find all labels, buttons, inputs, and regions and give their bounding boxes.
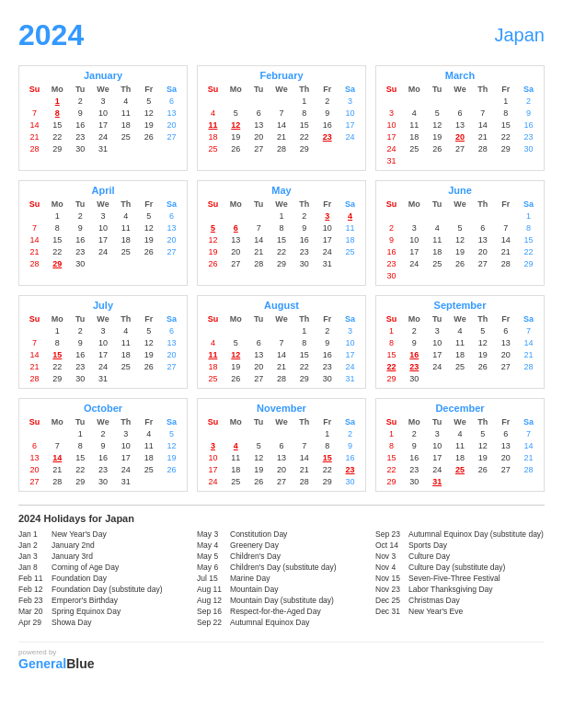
day: 26: [137, 131, 160, 142]
day: 1: [46, 95, 69, 107]
holiday-entry: Nov 3Culture Day: [375, 552, 545, 561]
day: 30: [69, 142, 92, 154]
holiday-entry: May 6Children's Day (substitute day): [197, 563, 366, 572]
day: 15: [494, 119, 517, 131]
holiday-name: Constitution Day: [230, 529, 287, 539]
holiday-name: Marine Day: [230, 574, 270, 583]
day: 25: [449, 360, 472, 372]
day: 12: [201, 233, 224, 245]
day: 11: [339, 222, 362, 233]
day: 17: [403, 245, 426, 257]
day: 30: [403, 475, 426, 487]
day: 28: [270, 142, 293, 154]
day: 6: [494, 324, 517, 336]
day: 30: [69, 257, 92, 269]
day-empty: [270, 95, 293, 107]
day: 28: [471, 142, 494, 154]
day: 27: [224, 257, 247, 269]
month-block: NovemberSuMoTuWeThFrSa123456789101112131…: [197, 398, 366, 492]
day: 3: [316, 210, 339, 222]
holiday-date: May 3: [197, 529, 226, 539]
holidays-columns: Jan 1New Year's DayJan 2January 2ndJan 3…: [18, 529, 545, 629]
day: 29: [494, 142, 517, 154]
day: 20: [160, 348, 183, 360]
day: 3: [380, 107, 403, 119]
day: 24: [426, 360, 449, 372]
day: 6: [160, 95, 183, 107]
day: 12: [137, 222, 160, 233]
day: 19: [426, 131, 449, 142]
day: 17: [92, 233, 115, 245]
day: 11: [426, 233, 449, 245]
day: 2: [403, 324, 426, 336]
day: 17: [316, 233, 339, 245]
day: 10: [426, 336, 449, 348]
day: 13: [160, 222, 183, 233]
day: 24: [426, 463, 449, 475]
day: 27: [160, 131, 183, 142]
day: 12: [426, 119, 449, 131]
day: 25: [224, 475, 247, 487]
day: 10: [403, 233, 426, 245]
day: 8: [46, 336, 69, 348]
day: 9: [403, 336, 426, 348]
holiday-date: Nov 15: [375, 574, 405, 583]
day: 10: [114, 439, 137, 451]
day: 12: [224, 119, 247, 131]
holiday-name: January 3rd: [52, 552, 93, 561]
day: 27: [160, 245, 183, 257]
holiday-name: Labor Thanksgiving Day: [408, 585, 493, 594]
day: 19: [137, 348, 160, 360]
day: 8: [46, 107, 69, 119]
week-header: SuMoTuWeThFrSa: [201, 199, 362, 210]
day: 18: [201, 360, 224, 372]
day: 24: [92, 245, 115, 257]
day: 23: [316, 131, 339, 142]
holiday-date: Sep 22: [197, 618, 226, 627]
day: 18: [339, 233, 362, 245]
week-header: SuMoTuWeThFrSa: [23, 416, 183, 427]
day-empty: [403, 95, 426, 107]
day: 14: [471, 119, 494, 131]
day: 3: [92, 324, 115, 336]
days-grid: 1234567891011121314151617181920212223242…: [380, 95, 540, 166]
day: 10: [92, 336, 115, 348]
day: 5: [137, 95, 160, 107]
day: 7: [270, 107, 293, 119]
holiday-entry: Jan 2January 2nd: [18, 540, 188, 550]
day: 22: [293, 131, 316, 142]
day: 31: [426, 475, 449, 487]
month-block: DecemberSuMoTuWeThFrSa123456789101112131…: [375, 398, 545, 492]
day: 27: [23, 475, 46, 487]
holiday-entry: Jan 1New Year's Day: [18, 529, 188, 539]
day: 2: [316, 95, 339, 107]
day: 29: [316, 475, 339, 487]
day: 25: [449, 463, 472, 475]
holiday-name: New Year's Day: [52, 529, 107, 539]
day: 23: [69, 245, 92, 257]
holiday-name: Culture Day: [408, 552, 450, 561]
day: 22: [316, 463, 339, 475]
day: 25: [426, 257, 449, 269]
holiday-entry: Feb 11Foundation Day: [18, 574, 188, 583]
day: 3: [403, 222, 426, 233]
day: 19: [137, 119, 160, 131]
day: 9: [69, 222, 92, 233]
day: 19: [137, 233, 160, 245]
day: 13: [160, 107, 183, 119]
day: 17: [426, 451, 449, 463]
day: 16: [69, 119, 92, 131]
day: 7: [23, 107, 46, 119]
day: 5: [224, 336, 247, 348]
day-empty: [449, 95, 472, 107]
holiday-name: New Year's Eve: [408, 607, 463, 616]
footer: powered by GeneralBlue: [18, 642, 545, 671]
day: 18: [224, 463, 247, 475]
day: 16: [69, 233, 92, 245]
day: 9: [380, 233, 403, 245]
holiday-date: Apr 29: [18, 618, 48, 627]
day: 5: [224, 107, 247, 119]
holiday-entry: Sep 22Autumnal Equinox Day: [197, 618, 366, 627]
day: 1: [270, 210, 293, 222]
month-name: January: [23, 70, 183, 81]
